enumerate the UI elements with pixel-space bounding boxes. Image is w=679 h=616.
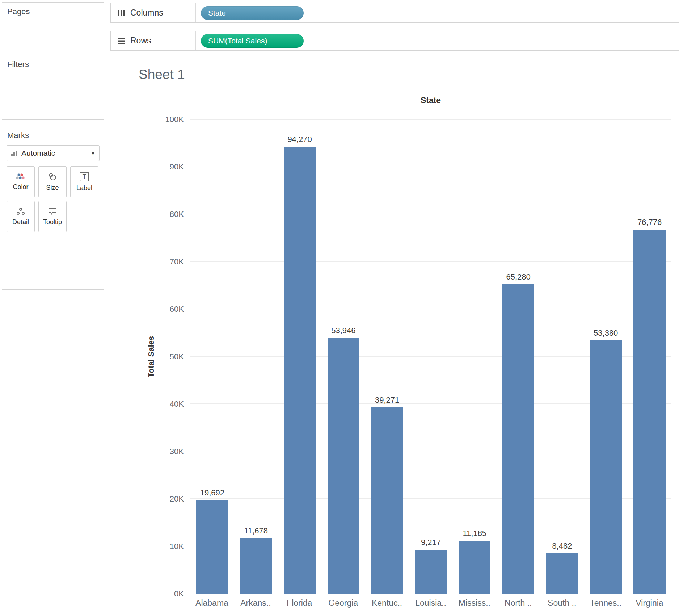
mark-type-label: Automatic [21, 149, 55, 158]
label-button-label: Label [76, 184, 92, 192]
y-tick-label: 20K [170, 494, 184, 504]
sheet-title: Sheet 1 [139, 67, 185, 82]
bar-mark[interactable] [590, 340, 622, 594]
bar-value-label: 11,185 [463, 529, 486, 538]
bar-band: 53,380 [584, 120, 628, 594]
detail-button[interactable]: Detail [7, 201, 35, 232]
pages-label: Pages [2, 3, 104, 20]
columns-shelf[interactable]: Columns State [110, 3, 679, 23]
chevron-down-icon: ▼ [91, 151, 96, 156]
filters-label: Filters [2, 55, 104, 73]
bar-value-label: 76,776 [637, 218, 662, 227]
bar-mark[interactable] [459, 541, 490, 594]
columns-shelf-head: Columns [111, 3, 196, 22]
mark-type-caret-button[interactable]: ▼ [87, 145, 100, 161]
x-tick-label: Alabama [190, 598, 234, 608]
bar-mark[interactable] [240, 538, 272, 594]
x-axis: AlabamaArkans..FloridaGeorgiaKentuc..Lou… [190, 598, 671, 608]
rows-icon [117, 37, 125, 45]
detail-dots-icon [16, 208, 25, 215]
y-tick-label: 50K [170, 352, 184, 361]
rows-shelf-label: Rows [130, 36, 151, 46]
filters-shelf[interactable]: Filters [2, 55, 104, 120]
columns-pill-state[interactable]: State [201, 6, 304, 20]
bars-container: 19,69211,67894,27053,94639,2719,21711,18… [190, 120, 671, 594]
bar-mark[interactable] [371, 407, 403, 594]
bar-mark[interactable] [502, 284, 534, 594]
x-tick-label: Arkans.. [234, 598, 278, 608]
rows-shelf-head: Rows [111, 31, 196, 50]
bar-band: 11,185 [453, 120, 497, 594]
marks-label: Marks [2, 126, 104, 144]
bar-value-label: 19,692 [200, 488, 224, 498]
y-tick-label: 100K [165, 115, 184, 124]
y-tick-label: 10K [170, 542, 184, 551]
y-axis-title: Total Sales [147, 336, 156, 378]
y-tick-label: 0K [174, 589, 184, 599]
size-button-label: Size [46, 184, 59, 192]
x-tick-label: Virginia [628, 598, 671, 608]
color-button-label: Color [13, 183, 28, 191]
y-tick-label: 70K [170, 257, 184, 267]
x-tick-label: Tennes.. [584, 598, 628, 608]
bar-value-label: 39,271 [375, 395, 399, 405]
rows-pill-sum-total-sales[interactable]: SUM(Total Sales) [201, 34, 304, 48]
tooltip-button[interactable]: Tooltip [38, 201, 67, 232]
bar-band: 76,776 [628, 120, 671, 594]
text-label-icon: T [80, 172, 89, 181]
tooltip-bubble-icon [48, 208, 57, 215]
plot-area: 19,69211,67894,27053,94639,2719,21711,18… [190, 120, 671, 594]
rows-shelf[interactable]: Rows SUM(Total Sales) [110, 31, 679, 51]
x-tick-label: North .. [496, 598, 540, 608]
pages-shelf[interactable]: Pages [2, 2, 104, 46]
label-button[interactable]: T Label [70, 166, 98, 197]
x-tick-label: Florida [278, 598, 321, 608]
bar-mark[interactable] [546, 553, 578, 594]
bar-band: 53,946 [321, 120, 365, 594]
marks-card: Marks Automatic ▼ Color [2, 126, 104, 290]
sidebar-divider [109, 0, 109, 616]
x-tick-label: Louisia.. [409, 598, 453, 608]
size-circles-icon [48, 172, 57, 181]
color-dots-icon [16, 173, 25, 180]
detail-button-label: Detail [12, 218, 29, 226]
bar-band: 9,217 [409, 120, 453, 594]
bar-band: 65,280 [497, 120, 540, 594]
y-axis: 0K10K20K30K40K50K60K70K80K90K100K [156, 120, 187, 594]
bar-band: 94,270 [278, 120, 322, 594]
y-tick-label: 80K [170, 210, 184, 219]
bar-value-label: 65,280 [506, 272, 530, 282]
bar-value-label: 53,380 [594, 328, 618, 338]
mark-type-dropdown[interactable]: Automatic ▼ [7, 145, 100, 161]
color-button[interactable]: Color [7, 166, 35, 197]
bar-mark[interactable] [196, 500, 228, 594]
chart-column-header: State [190, 96, 671, 105]
bar-mark[interactable] [633, 230, 665, 594]
bar-value-label: 9,217 [421, 538, 441, 547]
y-tick-label: 40K [170, 399, 184, 409]
y-tick-label: 60K [170, 305, 184, 314]
bar-band: 8,482 [540, 120, 584, 594]
tooltip-button-label: Tooltip [43, 218, 62, 226]
x-tick-label: South .. [540, 598, 584, 608]
x-tick-label: Mississ.. [452, 598, 496, 608]
columns-icon [117, 9, 125, 17]
bar-value-label: 8,482 [552, 541, 572, 551]
bar-value-label: 53,946 [331, 326, 355, 335]
columns-shelf-label: Columns [130, 8, 163, 18]
bar-band: 19,692 [190, 120, 234, 594]
size-button[interactable]: Size [38, 166, 67, 197]
y-tick-label: 30K [170, 447, 184, 456]
bar-value-label: 94,270 [287, 135, 312, 144]
mark-type-main[interactable]: Automatic [7, 145, 87, 161]
x-tick-label: Kentuc.. [365, 598, 409, 608]
bar-band: 11,678 [234, 120, 278, 594]
bar-band: 39,271 [365, 120, 409, 594]
marks-button-grid: Color Size T Label Detail Tooltip [2, 166, 104, 232]
bar-mark[interactable] [415, 550, 447, 594]
bar-mark[interactable] [328, 338, 359, 594]
y-tick-label: 90K [170, 162, 184, 172]
bar-mark[interactable] [284, 147, 316, 594]
bar-chart-icon [10, 150, 18, 157]
bar-value-label: 11,678 [244, 526, 268, 536]
